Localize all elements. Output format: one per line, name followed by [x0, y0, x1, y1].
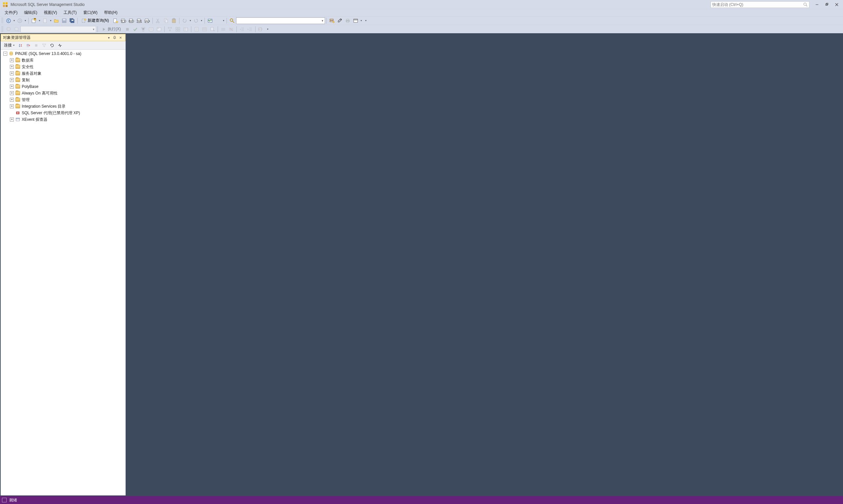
specify-values-button[interactable]: ab	[257, 26, 265, 33]
display-plan-button[interactable]	[140, 26, 147, 33]
expander-plus-icon[interactable]: +	[10, 98, 14, 102]
tree-node-databases[interactable]: + 数据库	[1, 57, 125, 64]
paste-button[interactable]	[170, 17, 178, 24]
new-project-button[interactable]: ✶	[30, 17, 38, 24]
uncomment-button[interactable]	[228, 26, 235, 33]
toolbar-overflow[interactable]: ▾	[364, 17, 367, 24]
execute-button[interactable]: 执行(X)	[100, 26, 123, 33]
close-panel-button[interactable]: ✕	[118, 35, 123, 40]
results-to-file-button[interactable]	[209, 26, 216, 33]
new-item-button[interactable]	[41, 17, 49, 24]
mdx-query-button[interactable]: MDX	[120, 17, 127, 24]
find-combobox[interactable]: ▾	[236, 17, 325, 24]
query-options-button[interactable]	[147, 26, 155, 33]
expander-plus-icon[interactable]: +	[10, 78, 14, 82]
activity-dropdown[interactable]: ▾	[222, 17, 225, 24]
increase-indent-button[interactable]	[246, 26, 254, 33]
expander-plus-icon[interactable]: +	[10, 118, 14, 122]
nav-forward-dropdown[interactable]: ▾	[24, 17, 27, 24]
filter-button[interactable]	[40, 42, 48, 49]
find-button[interactable]	[229, 17, 236, 24]
window-position-dropdown[interactable]: ▾	[106, 35, 111, 40]
live-stats-button[interactable]	[174, 26, 181, 33]
chevron-down-icon[interactable]: ▾	[322, 19, 323, 22]
find-input[interactable]	[238, 18, 322, 23]
maximize-button[interactable]	[822, 1, 832, 8]
client-stats-button[interactable]	[182, 26, 189, 33]
minimize-button[interactable]	[812, 1, 822, 8]
expander-plus-icon[interactable]: +	[10, 91, 14, 95]
nav-back-button[interactable]	[5, 17, 12, 24]
tree-root-server[interactable]: − PINJIE (SQL Server 13.0.4001.0 - sa)	[1, 50, 125, 57]
tree-node-security[interactable]: + 安全性	[1, 64, 125, 70]
stop-button[interactable]	[33, 42, 40, 49]
dmx-query-button[interactable]: DMX	[128, 17, 135, 24]
tree-node-integration-services[interactable]: + Integration Services 目录	[1, 103, 125, 110]
comment-button[interactable]	[220, 26, 227, 33]
tree-node-sql-agent[interactable]: SQL Server 代理(已禁用代理 XP)	[1, 110, 125, 116]
database-query-button[interactable]	[112, 17, 119, 24]
activity-monitor-button[interactable]	[207, 17, 214, 24]
object-tree[interactable]: − PINJIE (SQL Server 13.0.4001.0 - sa) +…	[1, 50, 125, 496]
database-combobox[interactable]: ▾	[20, 26, 96, 33]
tree-node-management[interactable]: + 管理	[1, 96, 125, 103]
tree-node-xevent[interactable]: + XEvent 探查器	[1, 116, 125, 123]
new-project-dropdown[interactable]: ▾	[38, 17, 41, 24]
template-explorer-button[interactable]	[352, 17, 359, 24]
menu-help[interactable]: 帮助(H)	[101, 9, 121, 16]
properties-button[interactable]	[336, 17, 343, 24]
chevron-down-icon[interactable]: ▾	[93, 28, 94, 31]
menu-view[interactable]: 视图(V)	[40, 9, 60, 16]
xmla-query-button[interactable]: XML	[136, 17, 143, 24]
expander-plus-icon[interactable]: +	[10, 71, 14, 75]
tree-node-replication[interactable]: + 复制	[1, 77, 125, 83]
expander-plus-icon[interactable]: +	[10, 65, 14, 69]
activity-button[interactable]	[56, 42, 64, 49]
disconnect-all-button[interactable]	[25, 42, 32, 49]
tree-node-alwayson[interactable]: + Always On 高可用性	[1, 90, 125, 96]
available-databases-button[interactable]	[13, 26, 20, 33]
menu-edit[interactable]: 编辑(E)	[21, 9, 40, 16]
nav-forward-button[interactable]	[16, 17, 23, 24]
template-dropdown[interactable]: ▾	[360, 17, 363, 24]
undo-dropdown[interactable]: ▾	[189, 17, 192, 24]
cancel-execute-button[interactable]	[124, 26, 131, 33]
registered-servers-button[interactable]	[328, 17, 336, 24]
expander-plus-icon[interactable]: +	[10, 58, 14, 62]
new-item-dropdown[interactable]: ▾	[49, 17, 52, 24]
refresh-button[interactable]	[49, 42, 56, 49]
quick-launch-input[interactable]	[712, 2, 803, 7]
new-query-button[interactable]: 新建查询(N)	[79, 17, 111, 24]
redo-button[interactable]	[192, 17, 200, 24]
open-file-button[interactable]	[53, 17, 60, 24]
decrease-indent-button[interactable]	[238, 26, 246, 33]
connect-button[interactable]: 连接 ▾	[2, 42, 16, 49]
save-all-button[interactable]	[69, 17, 76, 24]
redo-dropdown[interactable]: ▾	[200, 17, 203, 24]
copy-button[interactable]	[162, 17, 169, 24]
undo-button[interactable]	[181, 17, 189, 24]
menu-window[interactable]: 窗口(W)	[80, 9, 101, 16]
tree-node-server-objects[interactable]: + 服务器对象	[1, 70, 125, 77]
nav-back-dropdown[interactable]: ▾	[13, 17, 16, 24]
disconnect-button[interactable]	[17, 42, 24, 49]
save-button[interactable]	[60, 17, 68, 24]
expander-plus-icon[interactable]: +	[10, 85, 14, 89]
parse-button[interactable]	[132, 26, 139, 33]
include-actual-plan-button[interactable]	[166, 26, 174, 33]
close-button[interactable]	[832, 1, 842, 8]
dax-query-button[interactable]: DAX	[144, 17, 151, 24]
menu-tools[interactable]: 工具(T)	[60, 9, 80, 16]
tree-node-polybase[interactable]: + PolyBase	[1, 83, 125, 90]
toolbar-overflow[interactable]: ▾	[266, 25, 269, 33]
expander-plus-icon[interactable]: +	[10, 104, 14, 108]
intellisense-button[interactable]	[156, 26, 163, 33]
results-to-grid-button[interactable]	[201, 26, 208, 33]
object-explorer-titlebar[interactable]: 对象资源管理器 ▾ ✕	[1, 34, 125, 41]
quick-launch-box[interactable]	[711, 1, 809, 8]
toolbar-grip[interactable]	[1, 26, 3, 32]
change-connection-button[interactable]	[5, 26, 12, 33]
results-to-text-button[interactable]	[193, 26, 200, 33]
expander-minus-icon[interactable]: −	[3, 52, 7, 56]
print-button[interactable]	[344, 17, 351, 24]
